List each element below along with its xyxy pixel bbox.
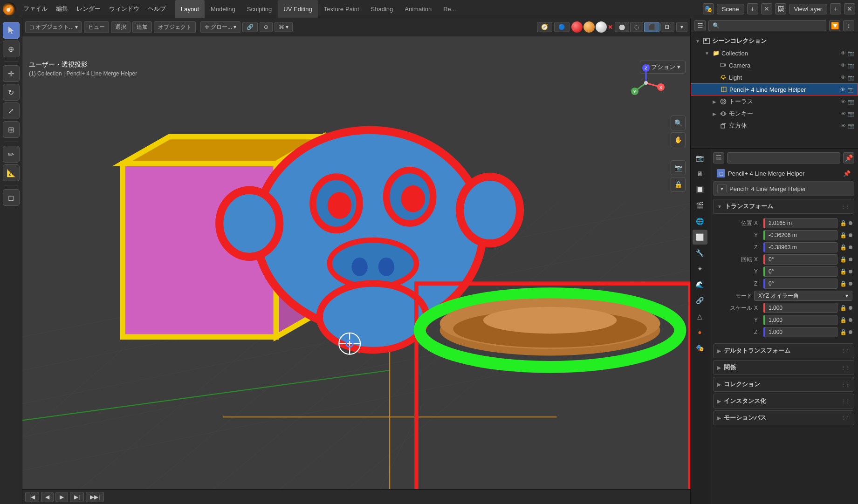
tab-rendering[interactable]: Re... <box>438 0 461 18</box>
zoom-in-btn[interactable]: 🔍 <box>671 116 686 130</box>
rotation-z-keyframe[interactable] <box>849 282 852 286</box>
collection-eye-icon[interactable]: 👁 <box>840 50 846 56</box>
position-z-lock[interactable]: 🔒 <box>839 244 847 251</box>
tool-move[interactable]: ✛ <box>3 65 20 82</box>
prop-object-name-header[interactable]: ▼ Pencil+ 4 Line Merge Helper <box>713 181 854 196</box>
instancing-header[interactable]: ▶ インスタンス化 ⋮⋮ <box>713 394 854 409</box>
viewlayer-remove-btn[interactable]: ✕ <box>844 3 855 14</box>
light-eye-icon[interactable]: 👁 <box>840 74 846 81</box>
prop-objectdata-icon[interactable]: △ <box>693 309 707 324</box>
tab-uv-editing[interactable]: UV Editing <box>278 0 317 18</box>
prop-constraints-icon[interactable]: 🔗 <box>693 293 707 308</box>
tool-transform[interactable]: ⊞ <box>3 121 20 138</box>
render-icon[interactable]: 🖼 <box>775 3 786 14</box>
pencilplus-render-icon[interactable]: 📷 <box>847 86 854 93</box>
tool-annotate[interactable]: ✏ <box>3 146 20 163</box>
scale-y-input[interactable]: 1.000 <box>763 315 837 325</box>
outliner-filter-btn[interactable]: 🔽 <box>829 20 840 31</box>
position-y-keyframe[interactable] <box>849 233 852 237</box>
outliner-item-light[interactable]: Light 👁 📷 <box>691 71 858 83</box>
collections-header[interactable]: ▶ コレクション ⋮⋮ <box>713 377 854 392</box>
scale-x-input[interactable]: 1.000 <box>763 303 837 313</box>
object-mode-dropdown[interactable]: ◻ オブジェクト... ▾ <box>25 21 82 33</box>
view-menu[interactable]: ビュー <box>84 21 109 33</box>
viewport-gizmo-btn[interactable]: 🧭 <box>537 22 552 32</box>
prop-menu-btn[interactable]: ☰ <box>713 152 724 163</box>
rotation-x-lock[interactable]: 🔒 <box>839 256 847 263</box>
tool-scale[interactable]: ⤢ <box>3 102 20 119</box>
transform-section-header[interactable]: ▼ トランスフォーム ⋮⋮ <box>713 199 854 214</box>
obj-name-dropdown-btn[interactable]: ▼ <box>717 184 727 193</box>
select-menu[interactable]: 選択 <box>111 21 130 33</box>
cube-render-icon[interactable]: 📷 <box>848 123 854 129</box>
add-menu[interactable]: 追加 <box>132 21 152 33</box>
pencilplus-eye-icon[interactable]: 👁 <box>839 86 846 93</box>
tab-sculpting[interactable]: Sculpting <box>241 0 277 18</box>
timeline-end-btn[interactable]: ▶▶| <box>86 492 104 502</box>
timeline-start-btn[interactable]: |◀ <box>25 492 39 502</box>
wireframe-shading-btn[interactable]: ⛋ <box>660 22 674 32</box>
lock-camera-btn[interactable]: 🔒 <box>671 177 686 192</box>
outliner-sort-btn[interactable]: ↕ <box>843 20 854 31</box>
position-x-input[interactable]: 2.0165 m <box>763 218 837 228</box>
menu-help[interactable]: ヘルプ <box>144 3 170 15</box>
rotation-y-lock[interactable]: 🔒 <box>839 268 847 275</box>
position-x-lock[interactable]: 🔒 <box>839 219 847 227</box>
outliner-search-input[interactable] <box>708 20 826 31</box>
outliner-menu-btn[interactable]: ☰ <box>694 20 706 31</box>
tab-layout[interactable]: Layout <box>175 0 205 18</box>
torus-eye-icon[interactable]: 👁 <box>840 98 846 105</box>
rotation-x-keyframe[interactable] <box>849 258 852 261</box>
scale-z-lock[interactable]: 🔒 <box>839 328 847 336</box>
scale-z-keyframe[interactable] <box>849 330 852 334</box>
outliner-item-collection[interactable]: ▼ 📁 Collection 👁 📷 <box>691 47 858 59</box>
rotation-y-input[interactable]: 0° <box>763 266 837 277</box>
tool-measure[interactable]: 📐 <box>3 164 20 181</box>
rotation-x-input[interactable]: 0° <box>763 254 837 265</box>
delta-transform-header[interactable]: ▶ デルタトランスフォーム ⋮⋮ <box>713 343 854 358</box>
tab-texture-paint[interactable]: Texture Paint <box>318 0 365 18</box>
viewport-canvas[interactable]: ユーザー・透視投影 (1) Collection | Pencil+ 4 Lin… <box>22 36 690 504</box>
proportional-type-btn[interactable]: ⌘ ▾ <box>275 22 293 32</box>
object-menu[interactable]: オブジェクト <box>154 21 196 33</box>
viewport-settings-btn[interactable]: ▾ <box>676 22 687 32</box>
light-render-icon[interactable]: 📷 <box>848 74 854 81</box>
outliner-item-torus[interactable]: ▶ トーラス 👁 📷 <box>691 95 858 108</box>
timeline-play-btn[interactable]: ▶ <box>55 492 68 502</box>
snap-btn[interactable]: 🔗 <box>242 22 258 32</box>
position-y-lock[interactable]: 🔒 <box>839 232 847 239</box>
tool-add[interactable]: ◻ <box>3 189 20 206</box>
outliner-item-scene-collection[interactable]: ▼ シーンコレクション <box>691 35 858 47</box>
prop-pin-btn[interactable]: 📌 <box>843 152 854 163</box>
rotation-z-lock[interactable]: 🔒 <box>839 280 847 287</box>
scene-selector[interactable]: Scene <box>717 4 744 14</box>
menu-render[interactable]: レンダー <box>73 3 104 15</box>
viewport-gizmo[interactable]: Z X Y <box>627 64 665 102</box>
prop-world-icon[interactable]: 🌐 <box>693 214 707 229</box>
scale-x-keyframe[interactable] <box>849 306 852 310</box>
pan-btn[interactable]: ✋ <box>671 132 686 147</box>
prop-object-icon[interactable]: ⬜ <box>693 230 707 245</box>
tool-select[interactable] <box>3 22 20 39</box>
outliner-item-pencilplus[interactable]: Pencil+ 4 Line Merge Helper 👁 📷 <box>691 83 858 95</box>
prop-render-icon[interactable]: 📷 <box>693 150 707 165</box>
torus-render-icon[interactable]: 📷 <box>848 98 854 105</box>
menu-file[interactable]: ファイル <box>20 3 51 15</box>
outliner-item-camera[interactable]: Camera 👁 📷 <box>691 59 858 71</box>
motion-paths-header[interactable]: ▶ モーションパス ⋮⋮ <box>713 410 854 425</box>
prop-viewlayer-icon[interactable]: 🔲 <box>693 182 707 197</box>
camera-eye-icon[interactable]: 👁 <box>840 62 846 68</box>
camera-view-btn[interactable]: 📷 <box>671 160 686 175</box>
position-z-keyframe[interactable] <box>849 245 852 249</box>
outliner-item-cube[interactable]: 立方体 👁 📷 <box>691 120 858 132</box>
camera-render-icon[interactable]: 📷 <box>848 62 854 68</box>
relations-header[interactable]: ▶ 関係 ⋮⋮ <box>713 360 854 375</box>
scale-y-keyframe[interactable] <box>849 318 852 322</box>
rotation-y-keyframe[interactable] <box>849 270 852 273</box>
rotation-mode-dropdown[interactable]: XYZ オイラー角 ▾ <box>754 291 852 301</box>
solid-shading-btn[interactable]: ⬤ <box>615 22 629 32</box>
prop-shaderfx-icon[interactable]: 🎭 <box>693 341 707 355</box>
menu-edit[interactable]: 編集 <box>52 3 72 15</box>
engine-dropdown[interactable]: 🎭 <box>703 3 714 14</box>
tab-modeling[interactable]: Modeling <box>205 0 241 18</box>
